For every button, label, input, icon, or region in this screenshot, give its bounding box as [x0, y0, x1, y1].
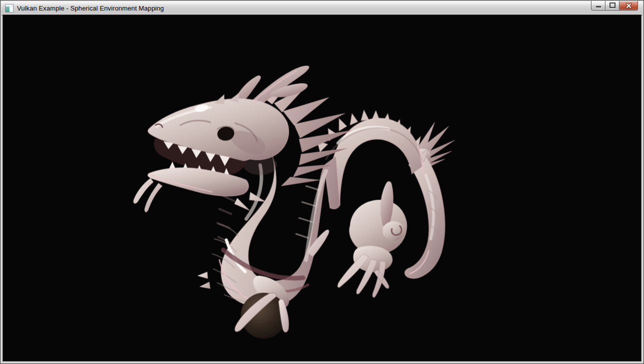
- titlebar[interactable]: Vulkan Example - Spherical Environment M…: [1, 1, 643, 16]
- app-icon-teal-pane: [6, 6, 10, 12]
- window-controls: [591, 1, 638, 10]
- maximize-button[interactable]: [605, 1, 620, 10]
- app-icon-white-pane: [10, 6, 13, 12]
- whiskers: [134, 178, 162, 212]
- minimize-icon: [596, 6, 601, 8]
- dragon-render: [3, 15, 641, 361]
- close-button[interactable]: [619, 1, 638, 10]
- render-viewport[interactable]: [3, 15, 641, 361]
- close-icon: [626, 2, 632, 9]
- app-icon[interactable]: [5, 4, 14, 12]
- lower-jaw: [134, 168, 266, 212]
- app-window: Vulkan Example - Spherical Environment M…: [0, 0, 644, 364]
- window-title: Vulkan Example - Spherical Environment M…: [17, 4, 164, 12]
- back-arch: [326, 118, 422, 205]
- minimize-button[interactable]: [591, 1, 606, 10]
- dragon-figure: [134, 66, 455, 338]
- app-icon-body-part: [6, 6, 13, 12]
- maximize-icon: [610, 2, 616, 8]
